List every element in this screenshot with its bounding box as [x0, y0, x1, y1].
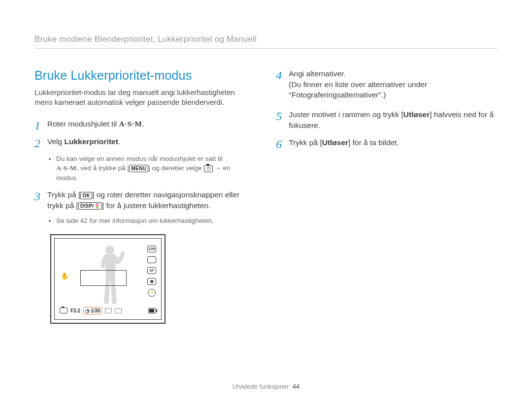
aperture-value: F3.2	[70, 308, 80, 313]
page-footer: Utvidede funksjoner 44	[0, 383, 532, 390]
step-line: Angi alternativer.	[289, 69, 345, 78]
step-text: ] for å justere lukkerhastigheten.	[102, 201, 211, 210]
lcd-bottom-bar: F3.2 ◔ 1/30	[60, 306, 156, 315]
battery-icon	[148, 308, 156, 313]
step-5: 5 Juster motivet i rammen og trykk [Utlø…	[276, 109, 498, 130]
shutter-value: 1/30	[91, 308, 100, 313]
footer-section: Utvidede funksjoner	[233, 383, 289, 390]
single-shot-icon	[147, 256, 156, 263]
menu-button-icon: MENU	[129, 165, 148, 172]
step-1: 1 Roter modushjulet til A·S·M.	[34, 119, 246, 131]
lcd-inner: ✋ 12M SF ▦ ⚡ F3.2 ◔ 1/30	[54, 238, 162, 320]
step-text-end: .	[118, 137, 120, 146]
histogram-icon	[115, 308, 122, 313]
step-4: 4 Angi alternativer. (Du finner en liste…	[276, 68, 498, 100]
mode-camera-icon	[204, 165, 213, 172]
lcd-preview-illustration: ✋ 12M SF ▦ ⚡ F3.2 ◔ 1/30	[50, 234, 166, 324]
mode-icon	[60, 308, 67, 313]
step-text: Trykk på [	[289, 138, 322, 147]
step-number: 3	[34, 189, 47, 211]
lcd-right-icon-column: 12M SF ▦ ⚡	[147, 246, 156, 297]
shake-warning-icon: ✋	[61, 272, 69, 280]
left-column: Bruke Lukkerprioritet-modus Lukkerpriori…	[34, 68, 246, 324]
breadcrumb: Bruke modiene Blenderprioritet, Lukkerpr…	[34, 34, 498, 49]
metering-icon: ▦	[147, 278, 156, 285]
step-2: 2 Velg Lukkerprioritet.	[34, 136, 246, 149]
step-text: Roter modushjulet til	[47, 120, 119, 128]
step-text-end: .	[142, 120, 144, 128]
timer-icon: ◔	[85, 308, 90, 313]
quality-icon: SF	[147, 267, 156, 274]
flash-icon: ⚡	[148, 289, 156, 297]
step-body: Trykk på [Utløser] for å ta bildet.	[289, 137, 399, 150]
footer-page-number: 44	[293, 383, 299, 390]
step-body: Trykk på [OK] og roter deretter navigasj…	[47, 189, 246, 211]
right-column: 4 Angi alternativer. (Du finner en liste…	[276, 68, 498, 324]
shutter-button-label: Utløser	[403, 110, 430, 119]
arrow-icon: →	[214, 164, 221, 172]
sub-item: Se side 42 for mer informasjon om lukker…	[56, 216, 246, 226]
disp-button-icon: DISP/🌷	[78, 202, 102, 210]
step-body: Roter modushjulet til A·S·M.	[47, 119, 144, 131]
sub-text: ] og deretter velge	[148, 164, 204, 172]
shutter-speed-selected: ◔ 1/30	[83, 307, 102, 314]
asm-icon: A·S·M	[56, 164, 77, 172]
step-text: Trykk på [	[47, 190, 80, 199]
resolution-icon: 12M	[147, 246, 156, 252]
manual-page: Bruke modiene Blenderprioritet, Lukkerpr…	[34, 34, 498, 324]
step-number: 1	[34, 119, 47, 131]
step-number: 5	[276, 109, 289, 130]
sub-text: , ved å trykke på [	[77, 164, 130, 172]
step-text: Juster motivet i rammen og trykk [	[289, 110, 403, 119]
step-number: 6	[276, 137, 289, 150]
step-line: (Du finner en liste over alternativer un…	[289, 80, 427, 99]
asm-icon: A·S·M	[119, 120, 142, 128]
step-2-sublist: Du kan velge en annen modus når modushju…	[47, 154, 246, 183]
ok-button-icon: OK	[80, 192, 92, 199]
step-body: Angi alternativer. (Du finner en liste o…	[289, 68, 498, 100]
sub-text: Du kan velge en annen modus når modushju…	[56, 155, 223, 162]
focus-frame-icon	[80, 270, 127, 286]
shutter-button-label: Utløser	[322, 138, 348, 147]
content-columns: Bruke Lukkerprioritet-modus Lukkerpriori…	[34, 68, 498, 324]
step-body: Velg Lukkerprioritet.	[47, 136, 120, 149]
step-text: ] for å ta bildet.	[348, 138, 399, 147]
ev-scale-icon	[105, 308, 112, 313]
step-text: Velg	[47, 137, 64, 146]
step-bold: Lukkerprioritet	[64, 137, 118, 146]
sub-item: Du kan velge en annen modus når modushju…	[56, 154, 246, 183]
step-number: 4	[276, 68, 289, 100]
step-6: 6 Trykk på [Utløser] for å ta bildet.	[276, 137, 498, 150]
step-3-sublist: Se side 42 for mer informasjon om lukker…	[47, 216, 246, 226]
page-title: Bruke Lukkerprioritet-modus	[34, 68, 246, 83]
intro-text: Lukkerprioritet-modus lar deg manuelt an…	[34, 88, 246, 108]
step-3: 3 Trykk på [OK] og roter deretter naviga…	[34, 189, 246, 211]
step-number: 2	[34, 136, 47, 149]
step-body: Juster motivet i rammen og trykk [Utløse…	[289, 109, 498, 130]
